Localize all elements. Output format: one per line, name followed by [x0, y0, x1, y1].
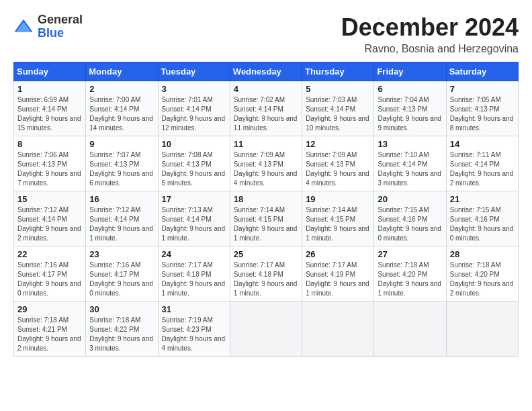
calendar-cell: 24Sunrise: 7:17 AMSunset: 4:18 PMDayligh…: [158, 246, 230, 302]
month-title: December 2024: [341, 13, 519, 42]
calendar-week-row: 15Sunrise: 7:12 AMSunset: 4:14 PMDayligh…: [14, 191, 519, 246]
day-number: 19: [306, 194, 370, 204]
day-info: Sunrise: 7:15 AMSunset: 4:16 PMDaylight:…: [378, 205, 442, 243]
calendar-cell: 9Sunrise: 7:07 AMSunset: 4:13 PMDaylight…: [86, 136, 158, 191]
day-info: Sunrise: 7:16 AMSunset: 4:17 PMDaylight:…: [17, 261, 82, 298]
calendar-cell: 4Sunrise: 7:02 AMSunset: 4:14 PMDaylight…: [230, 81, 302, 136]
day-number: 26: [306, 249, 370, 259]
page-header: General Blue December 2024 Ravno, Bosnia…: [13, 13, 519, 55]
logo-icon: [13, 17, 34, 37]
day-info: Sunrise: 7:14 AMSunset: 4:15 PMDaylight:…: [306, 205, 370, 243]
day-info: Sunrise: 7:15 AMSunset: 4:16 PMDaylight:…: [450, 205, 515, 243]
calendar-cell: 7Sunrise: 7:05 AMSunset: 4:13 PMDaylight…: [446, 81, 518, 136]
calendar-cell: 30Sunrise: 7:18 AMSunset: 4:22 PMDayligh…: [86, 302, 158, 357]
day-number: 2: [89, 84, 154, 94]
day-number: 9: [89, 139, 154, 149]
calendar-cell: 29Sunrise: 7:18 AMSunset: 4:21 PMDayligh…: [14, 302, 86, 357]
day-number: 5: [306, 84, 370, 94]
day-number: 28: [450, 249, 515, 259]
day-info: Sunrise: 7:06 AMSunset: 4:13 PMDaylight:…: [17, 150, 82, 188]
weekday-header: Wednesday: [230, 62, 302, 81]
calendar-cell: 10Sunrise: 7:08 AMSunset: 4:13 PMDayligh…: [158, 136, 230, 191]
calendar-cell: 16Sunrise: 7:12 AMSunset: 4:14 PMDayligh…: [86, 191, 158, 246]
day-number: 18: [234, 194, 298, 204]
logo: General Blue: [13, 13, 83, 40]
day-number: 29: [17, 304, 82, 314]
day-number: 4: [234, 84, 298, 94]
calendar-cell: [230, 302, 302, 357]
logo-general: General: [38, 13, 83, 27]
day-number: 8: [17, 139, 82, 149]
day-info: Sunrise: 7:09 AMSunset: 4:13 PMDaylight:…: [234, 150, 298, 188]
calendar-cell: 6Sunrise: 7:04 AMSunset: 4:13 PMDaylight…: [374, 81, 446, 136]
day-info: Sunrise: 7:17 AMSunset: 4:18 PMDaylight:…: [234, 261, 298, 298]
day-info: Sunrise: 7:14 AMSunset: 4:15 PMDaylight:…: [234, 205, 298, 243]
day-number: 7: [450, 84, 515, 94]
day-info: Sunrise: 7:03 AMSunset: 4:14 PMDaylight:…: [306, 95, 370, 133]
day-info: Sunrise: 7:08 AMSunset: 4:13 PMDaylight:…: [162, 150, 226, 188]
day-info: Sunrise: 7:18 AMSunset: 4:21 PMDaylight:…: [17, 316, 82, 353]
calendar-week-row: 29Sunrise: 7:18 AMSunset: 4:21 PMDayligh…: [14, 302, 519, 357]
day-info: Sunrise: 7:12 AMSunset: 4:14 PMDaylight:…: [17, 205, 82, 243]
calendar-cell: [302, 302, 374, 357]
day-info: Sunrise: 7:01 AMSunset: 4:14 PMDaylight:…: [162, 95, 226, 133]
location-title: Ravno, Bosnia and Herzegovina: [341, 43, 519, 55]
calendar-cell: [374, 302, 446, 357]
day-info: Sunrise: 7:04 AMSunset: 4:13 PMDaylight:…: [378, 95, 442, 133]
calendar-cell: 25Sunrise: 7:17 AMSunset: 4:18 PMDayligh…: [230, 246, 302, 302]
day-info: Sunrise: 7:17 AMSunset: 4:19 PMDaylight:…: [306, 261, 370, 298]
calendar-cell: 27Sunrise: 7:18 AMSunset: 4:20 PMDayligh…: [374, 246, 446, 302]
weekday-header: Thursday: [302, 62, 374, 81]
calendar-cell: 3Sunrise: 7:01 AMSunset: 4:14 PMDaylight…: [158, 81, 230, 136]
day-info: Sunrise: 7:18 AMSunset: 4:20 PMDaylight:…: [450, 261, 515, 298]
day-info: Sunrise: 7:00 AMSunset: 4:14 PMDaylight:…: [89, 95, 154, 133]
day-info: Sunrise: 7:16 AMSunset: 4:17 PMDaylight:…: [89, 261, 154, 298]
calendar-header-row: SundayMondayTuesdayWednesdayThursdayFrid…: [14, 62, 519, 81]
calendar-cell: 5Sunrise: 7:03 AMSunset: 4:14 PMDaylight…: [302, 81, 374, 136]
weekday-header: Tuesday: [158, 62, 230, 81]
calendar-cell: 31Sunrise: 7:19 AMSunset: 4:23 PMDayligh…: [158, 302, 230, 357]
day-number: 10: [162, 139, 226, 149]
day-info: Sunrise: 7:02 AMSunset: 4:14 PMDaylight:…: [234, 95, 298, 133]
calendar-cell: 13Sunrise: 7:10 AMSunset: 4:14 PMDayligh…: [374, 136, 446, 191]
calendar-cell: 17Sunrise: 7:13 AMSunset: 4:14 PMDayligh…: [158, 191, 230, 246]
calendar-cell: 1Sunrise: 6:59 AMSunset: 4:14 PMDaylight…: [14, 81, 86, 136]
day-number: 14: [450, 139, 515, 149]
day-number: 20: [378, 194, 442, 204]
day-number: 16: [89, 194, 154, 204]
day-info: Sunrise: 6:59 AMSunset: 4:14 PMDaylight:…: [17, 95, 82, 133]
weekday-header: Sunday: [14, 62, 86, 81]
calendar-week-row: 1Sunrise: 6:59 AMSunset: 4:14 PMDaylight…: [14, 81, 519, 136]
calendar-cell: 28Sunrise: 7:18 AMSunset: 4:20 PMDayligh…: [446, 246, 518, 302]
day-number: 17: [162, 194, 226, 204]
day-number: 21: [450, 194, 515, 204]
calendar-cell: 19Sunrise: 7:14 AMSunset: 4:15 PMDayligh…: [302, 191, 374, 246]
calendar-cell: 26Sunrise: 7:17 AMSunset: 4:19 PMDayligh…: [302, 246, 374, 302]
calendar-week-row: 8Sunrise: 7:06 AMSunset: 4:13 PMDaylight…: [14, 136, 519, 191]
day-info: Sunrise: 7:12 AMSunset: 4:14 PMDaylight:…: [89, 205, 154, 243]
day-number: 1: [17, 84, 82, 94]
calendar-cell: 15Sunrise: 7:12 AMSunset: 4:14 PMDayligh…: [14, 191, 86, 246]
day-number: 6: [378, 84, 442, 94]
calendar-cell: 11Sunrise: 7:09 AMSunset: 4:13 PMDayligh…: [230, 136, 302, 191]
calendar-week-row: 22Sunrise: 7:16 AMSunset: 4:17 PMDayligh…: [14, 246, 519, 302]
calendar-cell: 2Sunrise: 7:00 AMSunset: 4:14 PMDaylight…: [86, 81, 158, 136]
day-number: 25: [234, 249, 298, 259]
calendar-cell: 22Sunrise: 7:16 AMSunset: 4:17 PMDayligh…: [14, 246, 86, 302]
day-info: Sunrise: 7:19 AMSunset: 4:23 PMDaylight:…: [162, 316, 226, 353]
day-number: 24: [162, 249, 226, 259]
day-info: Sunrise: 7:13 AMSunset: 4:14 PMDaylight:…: [162, 205, 226, 243]
calendar-cell: 18Sunrise: 7:14 AMSunset: 4:15 PMDayligh…: [230, 191, 302, 246]
day-info: Sunrise: 7:05 AMSunset: 4:13 PMDaylight:…: [450, 95, 515, 133]
day-number: 27: [378, 249, 442, 259]
calendar-cell: 20Sunrise: 7:15 AMSunset: 4:16 PMDayligh…: [374, 191, 446, 246]
title-block: December 2024 Ravno, Bosnia and Herzegov…: [341, 13, 519, 55]
day-number: 15: [17, 194, 82, 204]
day-number: 22: [17, 249, 82, 259]
calendar-cell: 8Sunrise: 7:06 AMSunset: 4:13 PMDaylight…: [14, 136, 86, 191]
day-info: Sunrise: 7:07 AMSunset: 4:13 PMDaylight:…: [89, 150, 154, 188]
day-number: 30: [89, 304, 154, 314]
day-info: Sunrise: 7:18 AMSunset: 4:20 PMDaylight:…: [378, 261, 442, 298]
day-number: 31: [162, 304, 226, 314]
calendar-cell: 23Sunrise: 7:16 AMSunset: 4:17 PMDayligh…: [86, 246, 158, 302]
